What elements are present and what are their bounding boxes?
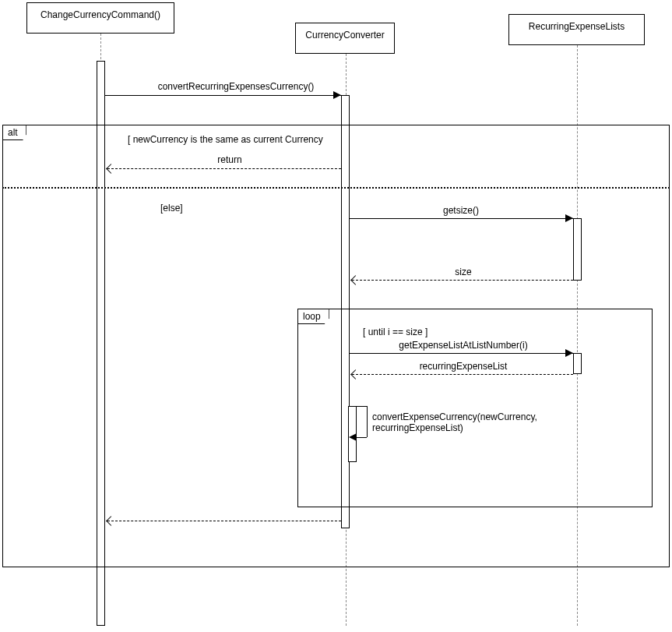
msg-line-2: [107, 168, 341, 169]
alt-fragment-label: alt: [3, 125, 26, 140]
participant-change-currency-command: ChangeCurrencyCommand(): [26, 2, 174, 34]
self-line-vert: [367, 406, 368, 437]
alt-guard-1: [ newCurrency is the same as current Cur…: [128, 134, 323, 145]
msg-line-1: [105, 95, 341, 96]
msg-convert-recurring: convertRecurringExpensesCurrency(): [139, 81, 333, 92]
msg-line-5: [350, 353, 573, 354]
msg-convert-expense: convertExpenseCurrency(newCurrency, recu…: [372, 411, 614, 433]
msg-getsize: getsize(): [438, 205, 484, 216]
loop-fragment: loop: [297, 309, 653, 507]
msg-line-3: [350, 218, 573, 219]
participant-label: CurrencyConverter: [305, 30, 384, 41]
msg-line-4: [352, 280, 573, 281]
participant-label: ChangeCurrencyCommand(): [40, 9, 160, 20]
participant-recurring-expense-lists: RecurringExpenseLists: [508, 14, 645, 45]
msg-return: return: [206, 154, 253, 165]
arrow-5: [565, 349, 573, 357]
msg-get-list: getExpenseListAtListNumber(i): [393, 340, 533, 351]
self-line-top: [350, 406, 367, 407]
alt-divider: [2, 187, 670, 189]
msg-line-final: [107, 521, 341, 521]
loop-fragment-label: loop: [298, 309, 329, 324]
loop-guard: [ until i == size ]: [363, 327, 427, 337]
msg-size: size: [452, 267, 475, 277]
msg-recurring-list: recurringExpenseList: [417, 361, 510, 372]
participant-currency-converter: CurrencyConverter: [295, 23, 395, 54]
sequence-diagram: ChangeCurrencyCommand() CurrencyConverte…: [0, 0, 672, 632]
arrow-3: [565, 214, 573, 222]
self-line-bot: [357, 437, 367, 438]
msg-line-6: [352, 374, 573, 375]
participant-label: RecurringExpenseLists: [529, 21, 625, 32]
arrow-7: [349, 433, 357, 441]
arrow-1: [333, 91, 341, 99]
alt-guard-2: [else]: [160, 203, 183, 214]
